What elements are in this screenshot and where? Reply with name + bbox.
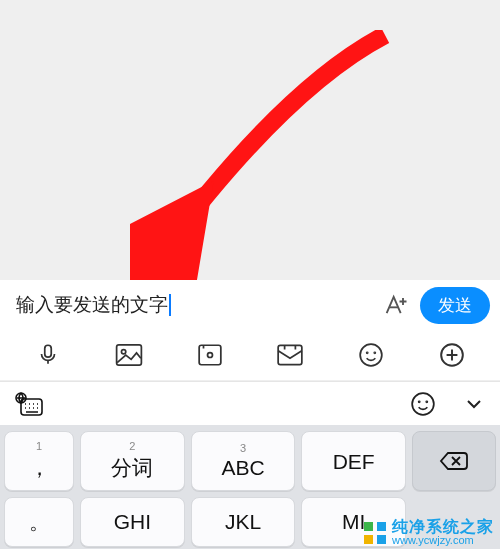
svg-point-8 — [367, 352, 368, 353]
message-input-text: 输入要发送的文字 — [16, 292, 168, 318]
svg-point-13 — [412, 393, 434, 415]
key-abc[interactable]: 3 ABC — [191, 431, 296, 491]
envelope-icon[interactable] — [272, 337, 308, 373]
message-input-row: 输入要发送的文字 发送 — [0, 280, 500, 330]
key-jkl[interactable]: JKL — [191, 497, 296, 547]
send-button[interactable]: 发送 — [420, 287, 490, 324]
plus-icon[interactable] — [434, 337, 470, 373]
svg-point-5 — [207, 353, 212, 358]
key-period[interactable]: 。 — [4, 497, 74, 547]
keyboard-smile-icon[interactable] — [410, 391, 436, 417]
smile-icon[interactable] — [353, 337, 389, 373]
message-input[interactable]: 输入要发送的文字 — [10, 285, 372, 325]
font-adjust-icon[interactable] — [382, 291, 410, 319]
svg-point-3 — [121, 350, 125, 354]
annotation-arrow — [130, 30, 400, 295]
svg-rect-4 — [199, 345, 221, 365]
globe-keyboard-icon[interactable] — [14, 391, 44, 417]
svg-rect-6 — [278, 345, 302, 364]
svg-point-7 — [360, 344, 382, 366]
keyboard-row-1: 1 ， 2 分词 3 ABC DEF — [4, 431, 496, 491]
svg-point-15 — [426, 401, 427, 402]
keyboard-row-2: 。 GHI JKL MI — [4, 497, 496, 547]
backspace-icon — [438, 449, 470, 473]
screen-root: 输入要发送的文字 发送 — [0, 0, 500, 549]
key-comma[interactable]: 1 ， — [4, 431, 74, 491]
key-fenci[interactable]: 2 分词 — [80, 431, 185, 491]
action-row — [0, 330, 500, 380]
keyboard: 1 ， 2 分词 3 ABC DEF — [0, 425, 500, 549]
key-backspace[interactable] — [412, 431, 496, 491]
key-ghi[interactable]: GHI — [80, 497, 185, 547]
text-caret — [169, 294, 171, 316]
camera-icon[interactable] — [192, 337, 228, 373]
key-mi[interactable]: MI — [301, 497, 406, 547]
keyboard-header — [0, 381, 500, 425]
key-def[interactable]: DEF — [301, 431, 406, 491]
svg-rect-1 — [45, 345, 52, 357]
svg-point-9 — [374, 352, 375, 353]
svg-point-14 — [419, 401, 420, 402]
microphone-icon[interactable] — [30, 337, 66, 373]
chevron-down-icon[interactable] — [462, 392, 486, 416]
gallery-icon[interactable] — [111, 337, 147, 373]
